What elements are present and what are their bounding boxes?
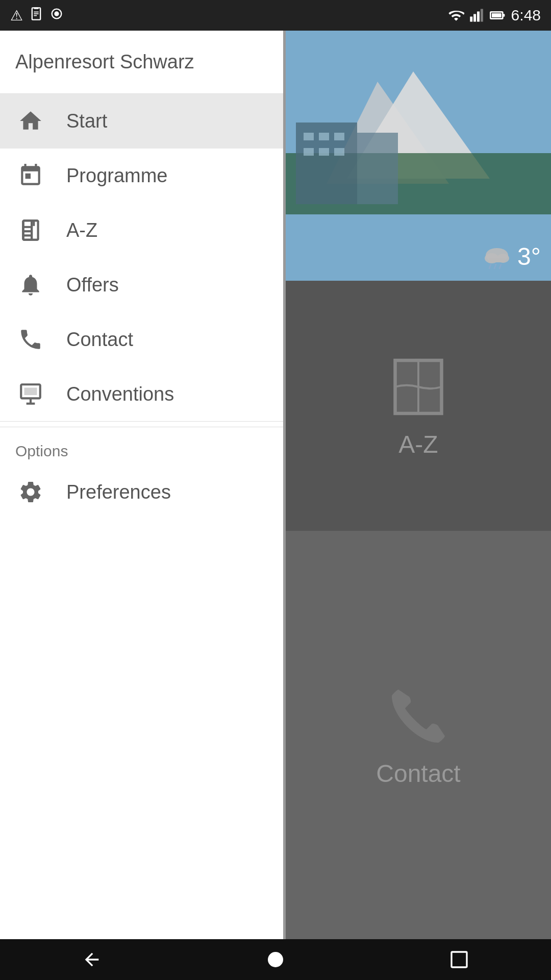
menu-item-contact[interactable]: Contact (0, 312, 283, 367)
svg-rect-8 (473, 14, 476, 22)
svg-rect-21 (319, 133, 329, 140)
record-icon (49, 7, 64, 24)
menu-item-az-label: A-Z (66, 219, 97, 241)
svg-rect-12 (492, 13, 502, 17)
bell-icon (15, 272, 46, 298)
menu-item-conventions-label: Conventions (66, 383, 174, 405)
hotel-image: 3° (286, 31, 551, 281)
calendar-icon (15, 163, 46, 188)
svg-rect-29 (489, 258, 505, 262)
svg-point-37 (268, 952, 283, 967)
home-icon (15, 108, 46, 134)
az-card-book-icon (385, 354, 452, 420)
menu-list: Start Programme A-Z (0, 94, 283, 939)
az-card-label: A-Z (398, 430, 438, 458)
menu-item-az[interactable]: A-Z (0, 203, 283, 258)
menu-item-offers-label: Offers (66, 274, 119, 296)
status-bar: ⚠ (0, 0, 551, 31)
menu-item-offers[interactable]: Offers (0, 258, 283, 312)
battery-icon (490, 7, 506, 23)
contact-card-label: Contact (376, 760, 460, 788)
svg-line-30 (489, 264, 491, 268)
options-section-header: Options (0, 427, 283, 465)
projector-icon (15, 381, 46, 407)
status-bar-left: ⚠ (10, 7, 64, 24)
svg-rect-9 (477, 12, 480, 22)
menu-item-preferences-label: Preferences (66, 481, 171, 503)
gear-icon (15, 479, 46, 505)
clipboard-icon (29, 7, 43, 24)
svg-line-31 (494, 264, 496, 268)
svg-rect-7 (470, 17, 472, 22)
svg-rect-1 (34, 7, 38, 9)
svg-rect-22 (334, 133, 344, 140)
svg-rect-20 (304, 133, 314, 140)
menu-item-start-label: Start (66, 110, 107, 132)
back-button[interactable] (71, 944, 112, 975)
warning-icon: ⚠ (10, 7, 23, 24)
status-bar-right: 6:48 (448, 7, 541, 24)
menu-item-programme-label: Programme (66, 165, 168, 187)
signal-icon (469, 8, 485, 23)
svg-rect-19 (357, 133, 398, 204)
menu-item-programme[interactable]: Programme (0, 149, 283, 203)
svg-rect-36 (24, 388, 37, 396)
svg-rect-25 (334, 148, 344, 156)
wifi-icon (448, 7, 464, 23)
home-button[interactable] (255, 944, 296, 975)
weather-rain-icon (482, 244, 512, 270)
contact-card-phone-icon (385, 683, 452, 749)
recent-apps-button[interactable] (439, 944, 480, 975)
menu-item-preferences[interactable]: Preferences (0, 465, 283, 520)
menu-item-contact-label: Contact (66, 329, 133, 351)
status-time: 6:48 (511, 7, 541, 24)
svg-point-6 (54, 11, 59, 16)
book-icon (15, 217, 46, 243)
svg-rect-13 (503, 14, 505, 16)
menu-item-start[interactable]: Start (0, 94, 283, 149)
svg-line-32 (499, 264, 501, 268)
phone-icon (15, 327, 46, 352)
svg-rect-10 (480, 9, 483, 22)
svg-rect-24 (319, 148, 329, 156)
app-title: Alpenresort Schwarz (0, 31, 283, 94)
menu-item-conventions[interactable]: Conventions (0, 367, 283, 422)
svg-rect-38 (452, 952, 467, 967)
navigation-drawer: Alpenresort Schwarz Start Programme (0, 31, 283, 939)
weather-temperature: 3° (517, 242, 541, 271)
weather-badge: 3° (482, 242, 541, 271)
az-card: A-Z (286, 281, 551, 531)
svg-rect-23 (304, 148, 314, 156)
contact-card: Contact (286, 531, 551, 939)
nav-bar (0, 939, 551, 980)
